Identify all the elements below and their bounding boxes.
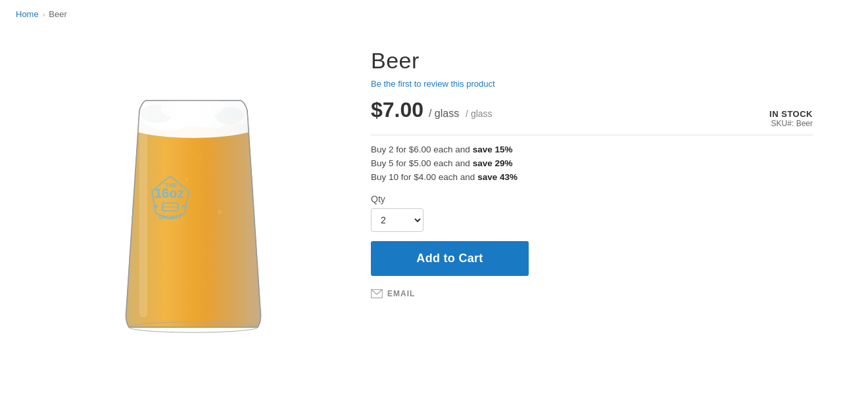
svg-text:SOCIETY: SOCIETY [158, 214, 182, 220]
breadcrumb: Home › Beer [0, 0, 868, 28]
sku-value: Beer [796, 119, 813, 128]
price-row: $7.00 / glass / glass IN STOCK SKU#: Bee… [371, 98, 813, 128]
svg-text:★: ★ [153, 203, 158, 210]
breadcrumb-home-link[interactable]: Home [16, 9, 39, 19]
breadcrumb-current: Beer [49, 9, 66, 19]
product-price: $7.00 [371, 98, 423, 122]
sku-label: SKU#: [771, 119, 794, 128]
product-title: Beer [371, 48, 813, 74]
svg-text:16oz: 16oz [155, 186, 183, 200]
qty-label: Qty [371, 194, 813, 204]
product-price-unit-secondary: / glass [466, 108, 492, 119]
sku-row: SKU#: Beer [769, 119, 813, 128]
breadcrumb-separator: › [43, 11, 45, 18]
email-row: EMAIL [371, 289, 813, 298]
bulk-savings-2: save 29% [473, 158, 513, 168]
bulk-pricing-row-2: Buy 5 for $5.00 each and save 29% [371, 158, 813, 168]
qty-select[interactable]: 1 2 3 4 5 6 7 8 9 10 [371, 208, 423, 232]
bulk-savings-1: save 15% [473, 145, 513, 154]
in-stock-label: IN STOCK [769, 109, 813, 119]
email-label: EMAIL [387, 289, 415, 298]
price-divider [371, 135, 813, 135]
product-page: THE 16oz ★ ★ SOCIETY Beer Be the first t… [39, 28, 829, 376]
bulk-savings-3: save 43% [477, 172, 518, 182]
product-image-section: THE 16oz ★ ★ SOCIETY [55, 41, 331, 350]
stock-info: IN STOCK SKU#: Beer [769, 109, 813, 128]
bulk-pricing-row-3: Buy 10 for $4.00 each and save 43% [371, 172, 813, 182]
svg-rect-16 [139, 107, 147, 317]
email-icon [371, 289, 383, 298]
bulk-pricing: Buy 2 for $6.00 each and save 15% Buy 5 … [371, 145, 813, 182]
qty-section: Qty 1 2 3 4 5 6 7 8 9 10 [371, 194, 813, 232]
product-image: THE 16oz ★ ★ SOCIETY [101, 48, 285, 350]
bulk-pricing-row-1: Buy 2 for $6.00 each and save 15% [371, 145, 813, 154]
add-to-cart-button[interactable]: Add to Cart [371, 241, 529, 276]
price-block: $7.00 / glass / glass [371, 98, 493, 122]
product-details-section: Beer Be the first to review this product… [371, 41, 813, 350]
review-link[interactable]: Be the first to review this product [371, 79, 813, 89]
svg-text:★: ★ [181, 203, 186, 210]
product-price-unit: / glass [429, 108, 459, 119]
